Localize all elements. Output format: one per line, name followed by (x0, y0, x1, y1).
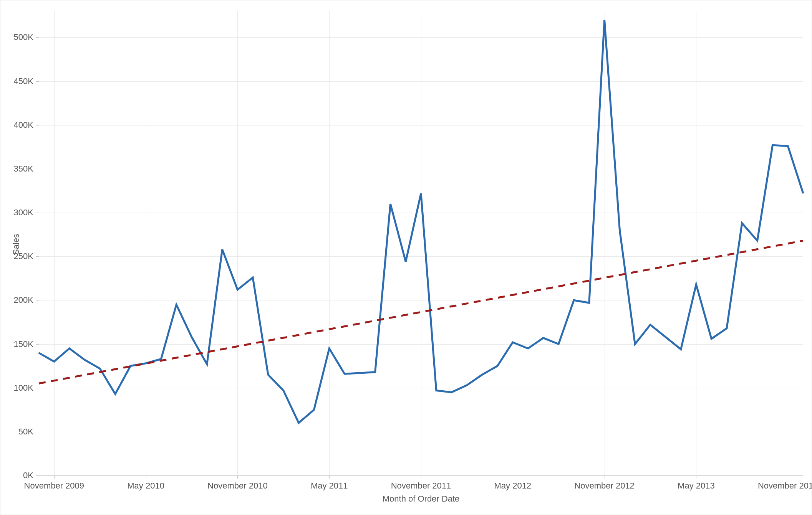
series-trend-line (39, 241, 803, 383)
series-layer (0, 0, 812, 515)
sales-line-chart: Sales Month of Order Date 0K50K100K150K2… (0, 0, 812, 515)
